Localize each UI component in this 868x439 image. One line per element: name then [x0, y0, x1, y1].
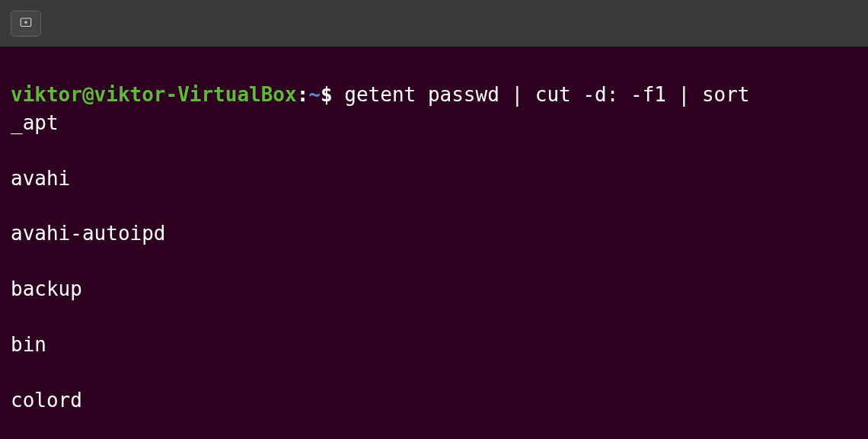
prompt-separator: :: [297, 83, 309, 106]
prompt-line: viktor@viktor-VirtualBox:~$ getent passw…: [11, 83, 750, 106]
output-line: backup: [11, 275, 857, 303]
output-line: avahi-autoipd: [11, 220, 857, 247]
prompt-user-host: viktor@viktor-VirtualBox: [11, 83, 297, 106]
prompt-path: ~: [308, 83, 321, 106]
output-line: colord: [11, 386, 857, 414]
new-tab-icon: [19, 9, 33, 37]
new-tab-button[interactable]: [11, 11, 41, 37]
output-line: avahi: [11, 165, 857, 192]
output-line: bin: [11, 331, 857, 358]
command-text: getent passwd | cut -d: -f1 | sort: [344, 83, 749, 106]
prompt-symbol: $: [321, 83, 333, 106]
terminal-titlebar: [0, 0, 868, 47]
output-line: _apt: [11, 109, 857, 136]
terminal-content[interactable]: viktor@viktor-VirtualBox:~$ getent passw…: [0, 47, 868, 439]
